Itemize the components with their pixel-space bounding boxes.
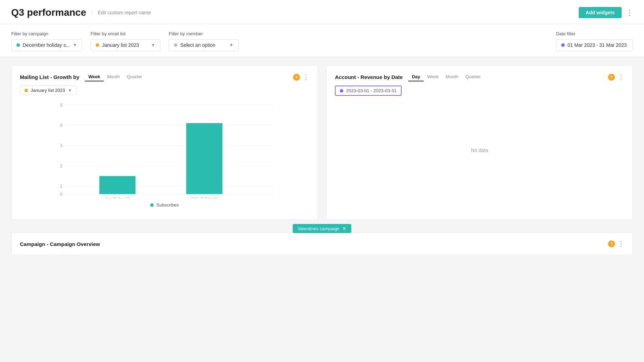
campaign-more-icon[interactable]: ⋮ xyxy=(618,240,624,248)
header-left: Q3 performance Edit custom report name xyxy=(11,7,151,18)
member-dot xyxy=(174,43,177,47)
mailing-list-chart-card: Mailing List - Growth by Week Month Quar… xyxy=(11,65,318,220)
revenue-date-bar: 2023-03-01 - 2023-03-31 xyxy=(335,86,624,96)
campaign-tag-close-icon[interactable]: ✕ xyxy=(342,226,346,231)
campaign-filter-inner: December holiday s... xyxy=(16,42,70,48)
email-list-filter-dropdown[interactable]: January list 2023 ▼ xyxy=(90,39,160,51)
tab-quarter[interactable]: Quarter xyxy=(123,73,146,81)
revenue-date-dot xyxy=(340,89,343,93)
header-right: Add widgets ⋮ xyxy=(579,7,633,18)
svg-text:3: 3 xyxy=(60,143,63,148)
date-filter-label: Date filter xyxy=(556,31,633,36)
page-header: Q3 performance Edit custom report name A… xyxy=(0,0,644,24)
tab-week-revenue[interactable]: Week xyxy=(424,73,442,81)
add-widgets-button[interactable]: Add widgets xyxy=(579,7,622,18)
member-filter-inner: Select an option xyxy=(174,42,215,48)
mailing-list-chart-title: Mailing List - Growth by xyxy=(20,74,79,80)
tab-week[interactable]: Week xyxy=(85,73,104,81)
campaign-dot xyxy=(16,43,20,47)
mailing-list-chart-header: Mailing List - Growth by Week Month Quar… xyxy=(20,73,309,81)
revenue-chart-controls: ? ⋮ xyxy=(608,73,624,81)
campaign-filter-value: December holiday s... xyxy=(23,42,70,48)
mini-dropdown-dot xyxy=(24,89,28,92)
email-list-dot xyxy=(96,43,99,47)
mailing-list-chart-controls: ? ⋮ xyxy=(293,73,309,81)
campaign-card-header: Campaign - Campaign Overview ? ⋮ xyxy=(20,240,624,248)
edit-report-link[interactable]: Edit custom report name xyxy=(92,10,151,15)
tab-quarter-revenue[interactable]: Quarter xyxy=(462,73,484,81)
tab-month-revenue[interactable]: Month xyxy=(442,73,462,81)
campaign-help-icon[interactable]: ? xyxy=(608,240,615,247)
revenue-more-icon[interactable]: ⋮ xyxy=(618,73,624,81)
revenue-chart-title: Account - Revenue by Date xyxy=(335,74,403,80)
mini-dropdown-value: January list 2023 xyxy=(31,88,65,93)
campaign-card: Campaign - Campaign Overview ? ⋮ xyxy=(11,233,633,255)
mailing-list-filter-bar: January list 2023 ▼ xyxy=(20,86,309,95)
date-dot xyxy=(561,43,565,47)
svg-text:4: 4 xyxy=(60,123,63,128)
svg-text:2: 2 xyxy=(60,164,63,168)
bar-jan-15-21 xyxy=(99,176,136,194)
no-data-text: No data xyxy=(471,147,488,153)
member-filter-label: Filter by member xyxy=(169,31,239,36)
legend-dot xyxy=(150,203,154,207)
mailing-list-mini-dropdown[interactable]: January list 2023 ▼ xyxy=(20,86,76,95)
svg-text:0: 0 xyxy=(60,192,63,197)
revenue-chart-card: Account - Revenue by Date Day Week Month… xyxy=(326,65,633,220)
tab-month[interactable]: Month xyxy=(104,73,123,81)
revenue-chart-tabs: Day Week Month Quarter xyxy=(408,73,484,81)
campaign-card-controls: ? ⋮ xyxy=(608,240,624,248)
mailing-list-bar-chart: 5 4 3 2 1 0 Jan 15-Jan 21 xyxy=(20,101,309,212)
date-filter-group: Date filter 01 Mar 2023 - 31 Mar 2023 xyxy=(556,31,633,51)
campaign-filter-label: Filter by campaign xyxy=(11,31,82,36)
campaign-dropdown-arrow: ▼ xyxy=(73,43,77,48)
mailing-list-chart-tabs: Week Month Quarter xyxy=(85,73,146,81)
filters-bar: Filter by campaign December holiday s...… xyxy=(0,24,644,57)
tab-day[interactable]: Day xyxy=(408,73,424,81)
revenue-header-left: Account - Revenue by Date Day Week Month… xyxy=(335,73,484,81)
email-list-filter-inner: January list 2023 xyxy=(96,42,139,48)
date-filter-value: 01 Mar 2023 - 31 Mar 2023 xyxy=(568,42,627,48)
main-content: Mailing List - Growth by Week Month Quar… xyxy=(0,57,644,263)
email-list-dropdown-arrow: ▼ xyxy=(151,43,155,48)
campaign-tag-label: Valentines campaign xyxy=(298,226,339,231)
email-list-filter-label: Filter by email list xyxy=(90,31,160,36)
chart-legend: Subscribes xyxy=(20,202,309,208)
revenue-date-value: 2023-03-01 - 2023-03-31 xyxy=(346,88,397,93)
more-options-icon[interactable]: ⋮ xyxy=(626,8,633,17)
member-filter-dropdown[interactable]: Select an option ▼ xyxy=(169,39,239,51)
email-list-filter-group: Filter by email list January list 2023 ▼ xyxy=(90,31,160,51)
legend-label: Subscribes xyxy=(156,202,179,208)
charts-row: Mailing List - Growth by Week Month Quar… xyxy=(11,65,633,220)
email-list-filter-value: January list 2023 xyxy=(102,42,139,48)
bar-chart-svg: 5 4 3 2 1 0 Jan 15-Jan 21 xyxy=(20,101,309,198)
date-filter-dropdown[interactable]: 01 Mar 2023 - 31 Mar 2023 xyxy=(556,39,633,51)
campaign-section: Valentines campaign ✕ Campaign - Campaig… xyxy=(11,224,633,255)
member-dropdown-arrow: ▼ xyxy=(229,43,233,48)
svg-text:Feb 12-Feb 18: Feb 12-Feb 18 xyxy=(191,197,218,198)
revenue-help-icon[interactable]: ? xyxy=(608,74,615,81)
svg-text:Jan 15-Jan 21: Jan 15-Jan 21 xyxy=(105,197,130,198)
campaign-tag-badge: Valentines campaign ✕ xyxy=(293,224,351,233)
mailing-list-header-left: Mailing List - Growth by Week Month Quar… xyxy=(20,73,146,81)
mailing-list-more-icon[interactable]: ⋮ xyxy=(303,73,309,81)
campaign-tag-wrapper: Valentines campaign ✕ xyxy=(11,224,633,233)
member-filter-value: Select an option xyxy=(180,42,215,48)
mini-dropdown-arrow: ▼ xyxy=(68,88,72,93)
campaign-card-title: Campaign - Campaign Overview xyxy=(20,241,100,247)
svg-text:1: 1 xyxy=(60,184,63,189)
campaign-filter-group: Filter by campaign December holiday s...… xyxy=(11,31,82,51)
svg-text:5: 5 xyxy=(60,103,63,108)
member-filter-group: Filter by member Select an option ▼ xyxy=(169,31,239,51)
revenue-chart-header: Account - Revenue by Date Day Week Month… xyxy=(335,73,624,81)
revenue-date-badge[interactable]: 2023-03-01 - 2023-03-31 xyxy=(335,86,402,96)
mailing-list-help-icon[interactable]: ? xyxy=(293,74,300,81)
bar-feb-12-18 xyxy=(186,123,222,194)
campaign-filter-dropdown[interactable]: December holiday s... ▼ xyxy=(11,39,82,51)
revenue-no-data: No data xyxy=(335,101,624,199)
page-title: Q3 performance xyxy=(11,7,86,18)
